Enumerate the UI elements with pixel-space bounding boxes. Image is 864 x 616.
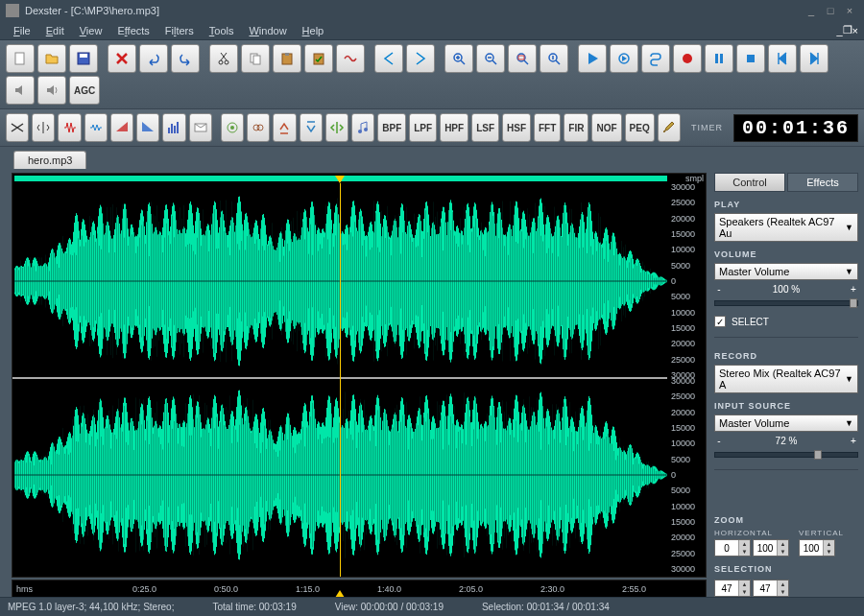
volume-source-dropdown[interactable]: Master Volume▼ [714, 263, 858, 280]
delete-button[interactable] [108, 44, 136, 73]
menu-effects[interactable]: Effects [109, 23, 156, 38]
play-select-checkbox[interactable]: ✓ [714, 316, 726, 327]
brush-button[interactable] [658, 113, 681, 142]
equalizer-button[interactable] [162, 113, 185, 142]
nof-button[interactable]: NOF [591, 113, 621, 142]
normalize-button[interactable] [84, 113, 108, 142]
peq-button[interactable]: PEQ [625, 113, 655, 142]
stretch-button[interactable] [325, 113, 348, 142]
copy-button[interactable] [241, 44, 270, 73]
pitch-up-button[interactable] [273, 113, 296, 142]
maximize-button[interactable]: □ [822, 4, 839, 17]
selection-to[interactable]: ▲▼ [753, 580, 789, 597]
menu-view[interactable]: View [72, 23, 110, 38]
pitch-down-button[interactable] [300, 113, 323, 142]
new-button[interactable] [6, 44, 35, 73]
playback-cursor[interactable] [340, 183, 341, 577]
tab-hero-mp3[interactable]: hero.mp3 [13, 151, 86, 169]
paste-mix-button[interactable] [304, 44, 333, 73]
speaker-left-button[interactable] [6, 76, 35, 105]
envelope-button[interactable] [189, 113, 212, 142]
rec-minus[interactable]: - [714, 436, 724, 446]
channel-right[interactable] [14, 381, 667, 569]
menu-edit[interactable]: Edit [38, 23, 72, 38]
rec-plus[interactable]: + [849, 436, 858, 446]
zoom-h-from[interactable]: ▲▼ [714, 539, 751, 557]
stop-button[interactable] [736, 44, 765, 73]
fft-button[interactable]: FFT [534, 113, 561, 142]
redo-button[interactable] [171, 44, 200, 73]
svg-rect-22 [174, 126, 176, 133]
zoom-v-value[interactable]: ▲▼ [799, 539, 835, 557]
menu-help[interactable]: Help [295, 23, 332, 38]
play-select-label: SELECT [732, 317, 769, 327]
speaker-right-button[interactable] [37, 76, 66, 105]
zoom-fit-button[interactable] [508, 44, 537, 73]
save-button[interactable] [69, 44, 98, 73]
svg-rect-0 [15, 53, 24, 64]
menu-tools[interactable]: Tools [202, 23, 242, 38]
svg-point-16 [683, 54, 692, 63]
amplify-button[interactable] [58, 113, 81, 142]
hsf-button[interactable]: HSF [502, 113, 531, 142]
play-section-label: PLAY [714, 200, 858, 209]
record-device-dropdown[interactable]: Stereo Mix (Realtek AC97 A▼ [714, 365, 858, 393]
open-button[interactable] [37, 44, 66, 73]
channel-left[interactable] [14, 187, 667, 375]
fadein-button[interactable] [110, 113, 133, 142]
music-button[interactable] [351, 113, 374, 142]
menu-window[interactable]: Window [241, 23, 294, 38]
lpf-button[interactable]: LPF [409, 113, 437, 142]
play-button[interactable] [578, 44, 607, 73]
fir-button[interactable]: FIR [564, 113, 588, 142]
split-button[interactable] [32, 113, 55, 142]
zoom-in-button[interactable] [444, 44, 473, 73]
vol-minus[interactable]: - [714, 284, 724, 295]
bpf-button[interactable]: BPF [377, 113, 406, 142]
tab-effects[interactable]: Effects [787, 173, 858, 192]
marker-left-button[interactable] [374, 44, 403, 73]
chevron-down-icon: ▼ [845, 223, 853, 232]
effect2-button[interactable] [247, 113, 270, 142]
zoom-selection-button[interactable] [540, 44, 568, 73]
svg-rect-8 [285, 53, 289, 56]
mix-button[interactable] [336, 44, 365, 73]
marker-top[interactable] [335, 176, 345, 183]
record-button[interactable] [673, 44, 702, 73]
pause-button[interactable] [705, 44, 733, 73]
menu-filters[interactable]: Filters [157, 23, 202, 38]
effect1-button[interactable] [221, 113, 244, 142]
selection-from[interactable]: ▲▼ [714, 580, 751, 597]
cut-button[interactable] [209, 44, 238, 73]
undo-button[interactable] [139, 44, 168, 73]
crossfade-button[interactable] [6, 113, 29, 142]
doc-restore-button[interactable]: ❐ [843, 24, 852, 36]
play-loop-button[interactable] [610, 44, 638, 73]
goto-start-button[interactable] [768, 44, 797, 73]
zoom-h-to[interactable]: ▲▼ [753, 539, 789, 557]
record-slider[interactable] [714, 452, 858, 458]
waveform-viewport[interactable]: smpl 30000250002000015000100005000050001… [12, 173, 707, 578]
time-ruler[interactable]: hms 0:25.00:50.01:15.01:40.02:05.02:30.0… [12, 580, 707, 599]
zoom-out-button[interactable] [476, 44, 505, 73]
input-source-dropdown[interactable]: Master Volume▼ [714, 415, 858, 432]
play-device-dropdown[interactable]: Speakers (Realtek AC97 Au▼ [714, 213, 858, 242]
agc-button[interactable]: AGC [69, 76, 100, 105]
goto-end-button[interactable] [800, 44, 828, 73]
minimize-button[interactable]: _ [803, 4, 820, 17]
svg-rect-23 [177, 122, 179, 133]
doc-close-button[interactable]: × [852, 25, 858, 36]
menu-file[interactable]: File [6, 23, 38, 38]
marker-right-button[interactable] [406, 44, 435, 73]
loop-button[interactable] [641, 44, 670, 73]
svg-point-28 [257, 125, 263, 130]
fadeout-button[interactable] [136, 113, 159, 142]
tab-control[interactable]: Control [714, 173, 785, 192]
hpf-button[interactable]: HPF [440, 113, 468, 142]
volume-slider[interactable] [714, 300, 858, 306]
close-button[interactable]: × [841, 4, 858, 17]
vol-plus[interactable]: + [849, 284, 858, 295]
svg-point-30 [364, 128, 368, 131]
lsf-button[interactable]: LSF [471, 113, 499, 142]
paste-button[interactable] [273, 44, 301, 73]
